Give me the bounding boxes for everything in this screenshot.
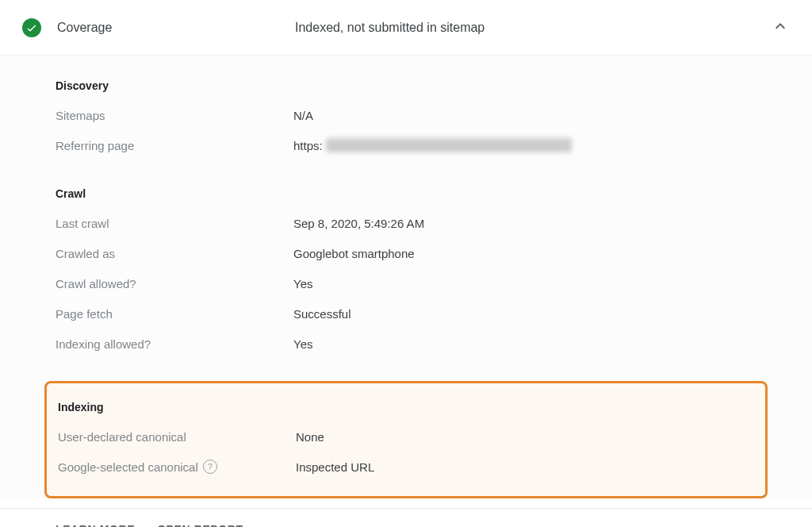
last-crawl-value: Sep 8, 2020, 5:49:26 AM bbox=[293, 217, 424, 230]
crawl-allowed-row: Crawl allowed? Yes bbox=[56, 275, 756, 292]
sitemaps-label: Sitemaps bbox=[56, 109, 293, 122]
referring-page-row: Referring page https: bbox=[56, 137, 756, 154]
learn-more-button[interactable]: LEARN MORE bbox=[56, 523, 135, 527]
last-crawl-label: Last crawl bbox=[56, 217, 293, 230]
referring-label: Referring page bbox=[56, 139, 293, 152]
google-canonical-label-text: Google-selected canonical bbox=[58, 460, 198, 474]
crawled-as-label: Crawled as bbox=[56, 247, 293, 260]
check-icon bbox=[22, 18, 41, 37]
crawled-as-row: Crawled as Googlebot smartphone bbox=[56, 244, 756, 262]
indexing-allowed-row: Indexing allowed? Yes bbox=[56, 335, 756, 352]
crawl-allowed-value: Yes bbox=[293, 277, 312, 290]
user-canonical-label: User-declared canonical bbox=[58, 430, 296, 444]
coverage-details: Discovery Sitemaps N/A Referring page ht… bbox=[0, 56, 812, 498]
indexing-allowed-label: Indexing allowed? bbox=[56, 337, 293, 351]
sitemaps-value: N/A bbox=[293, 109, 313, 122]
referring-blurred-url bbox=[326, 138, 572, 152]
crawled-as-value: Googlebot smartphone bbox=[293, 247, 415, 260]
page-fetch-row: Page fetch Successful bbox=[56, 305, 756, 322]
crawl-allowed-label: Crawl allowed? bbox=[56, 277, 293, 290]
indexing-highlight: Indexing User-declared canonical None Go… bbox=[44, 381, 768, 498]
indexing-heading: Indexing bbox=[47, 401, 765, 414]
chevron-up-icon bbox=[771, 25, 790, 38]
header-title: Coverage bbox=[57, 21, 295, 35]
page-fetch-value: Successful bbox=[293, 307, 351, 321]
sitemaps-row: Sitemaps N/A bbox=[56, 106, 756, 124]
header-status: Indexed, not submitted in sitemap bbox=[295, 21, 771, 35]
user-canonical-row: User-declared canonical None bbox=[47, 428, 765, 445]
google-canonical-row: Google-selected canonical ? Inspected UR… bbox=[47, 458, 765, 475]
footer-actions: LEARN MORE OPEN REPORT bbox=[0, 508, 812, 527]
help-icon[interactable]: ? bbox=[203, 460, 217, 474]
indexing-allowed-value: Yes bbox=[293, 337, 312, 351]
google-canonical-value: Inspected URL bbox=[296, 460, 374, 474]
user-canonical-value: None bbox=[296, 430, 324, 444]
crawl-heading: Crawl bbox=[56, 187, 756, 200]
referring-prefix: https: bbox=[293, 139, 323, 152]
collapse-toggle[interactable] bbox=[771, 17, 790, 39]
last-crawl-row: Last crawl Sep 8, 2020, 5:49:26 AM bbox=[56, 214, 756, 232]
open-report-button[interactable]: OPEN REPORT bbox=[157, 523, 243, 527]
page-fetch-label: Page fetch bbox=[56, 307, 293, 321]
referring-value: https: bbox=[293, 138, 572, 152]
coverage-header: Coverage Indexed, not submitted in sitem… bbox=[0, 0, 812, 56]
discovery-heading: Discovery bbox=[56, 79, 756, 92]
google-canonical-label: Google-selected canonical ? bbox=[58, 460, 296, 474]
